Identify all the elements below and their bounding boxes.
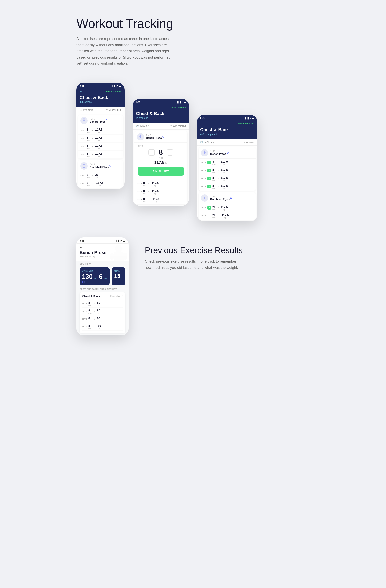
history-header: ← Bench Press Exercise history (76, 244, 129, 261)
prev-set-1: SET 1 8reps × 80kg (82, 300, 123, 308)
refresh-icon-3-1[interactable]: ↻ (226, 151, 229, 155)
exercise-card-1: 1 of 5 Bench Press ↻ SET 1 8reps × 117.5… (78, 115, 123, 159)
exercise-info-1: 1 of 5 Bench Press (90, 118, 105, 123)
check-icon: ✓ (207, 177, 211, 180)
finish-workout-btn-1[interactable]: Finish Workout (105, 90, 122, 93)
big-reps-value: 8 (159, 149, 163, 156)
exercise-header-1: 1 of 5 Bench Press ↻ (78, 115, 123, 126)
monthly-value: 13 (114, 273, 120, 279)
phone-1-body: 1 of 5 Bench Press ↻ SET 1 8reps × 117.5… (76, 113, 125, 189)
overall-kg-unit: kg (94, 277, 96, 279)
phone-1: 9:41 ▐▐▐ ▾ ▬ ← Finish Workout Chest & Ba… (76, 83, 125, 189)
exercise-card-2: 2 of 5 Dumbbell Flyes ↻ SET 1 8reps × 20… (78, 160, 123, 188)
check-icon: ✓ (207, 206, 211, 210)
active-set-label: SET 1 (138, 145, 184, 147)
workout-title-2: Chest & Back (136, 111, 186, 116)
set-label: SET 1 (81, 129, 87, 131)
prev-workout-name: Chest & Back (82, 295, 100, 298)
edit-icon-2: ✏ (170, 125, 172, 127)
history-body: KEY LIFTS Overall Best 130 kg • 6 reps (76, 261, 129, 336)
toolbar-3: 🕐 57:43 min ✏ Edit Workout (197, 139, 257, 146)
phone-3: 9:41 ▐▐▐ ▾ ▬ ← Finish Workout Chest & Ba… (197, 115, 257, 221)
exercise-history-sub: Exercise history (80, 255, 125, 258)
battery-icon-2: ▬ (183, 101, 186, 103)
phone-4: 9:41 ▐▐▐ ▾ ▬ ← Bench Press Exercise hist… (76, 237, 129, 336)
active-kg-unit: kg (165, 162, 167, 164)
workout-status-3: 45% completed (200, 133, 254, 136)
refresh-icon-big[interactable]: ↻ (162, 135, 164, 139)
timer-value-1: 00:00 min (83, 109, 93, 111)
time-4: 9:41 (80, 239, 84, 242)
svg-point-4 (204, 196, 205, 197)
set-row-1-3: SET 1 8reps × 117.5kg (78, 143, 123, 151)
edit-label-1[interactable]: Edit Workout (109, 109, 122, 111)
workout-title-1: Chest & Back (80, 95, 122, 100)
back-btn-4[interactable]: ← (80, 246, 125, 249)
wifi-icon-4: ▾ (121, 239, 122, 242)
prev-text-col: Previous Exercise Results Check previous… (145, 237, 243, 271)
key-lifts-label: KEY LIFTS (80, 263, 125, 265)
finish-workout-btn-2[interactable]: Finish Workout (170, 106, 186, 109)
dot-inactive (84, 281, 85, 283)
prev-results-section: 9:41 ▐▐▐ ▾ ▬ ← Bench Press Exercise hist… (76, 237, 310, 336)
status-bar-1: 9:41 ▐▐▐ ▾ ▬ (76, 83, 125, 88)
minus-btn[interactable]: − (148, 149, 155, 156)
back-btn-1[interactable]: ← (80, 90, 83, 93)
refresh-icon-3-2[interactable]: ↻ (230, 196, 232, 200)
status-bar-4: 9:41 ▐▐▐ ▾ ▬ (76, 237, 129, 244)
refresh-icon-2[interactable]: ↻ (109, 164, 112, 168)
exercise-name-big: Bench Press (146, 136, 162, 139)
prev-set-2: SET 2 8reps × 80kg (82, 308, 123, 315)
exercise-header-2: 2 of 5 Dumbbell Flyes ↻ (78, 160, 123, 172)
overall-reps-unit: reps (104, 277, 107, 279)
timer-value-3: 57:43 min (204, 141, 214, 143)
prev-results-description: Check previous exercise results in one c… (145, 258, 241, 271)
edit-label-3[interactable]: Edit Workout (242, 141, 254, 143)
check-icon: ✓ (207, 169, 211, 172)
edit-section-1[interactable]: ✏ Edit Workout (106, 109, 122, 111)
finish-set-btn[interactable]: FINISH SET (138, 167, 184, 176)
exercise-header-3-2: 2 of 5 Dumbbell Flyes ↻ (199, 192, 256, 204)
exercise-count-1: 1 of 5 (90, 118, 105, 120)
exercise-avatar-1 (81, 117, 88, 124)
phone-2: 9:41 ▐▐▐ ▾ ▬ ← Finish Workout Chest & Ba… (133, 99, 189, 206)
exercise-header-big: 1 of 5 Bench Press ↻ (134, 131, 187, 143)
set-row-p2-3: SET 3 8reps × 117.5kg (134, 188, 187, 196)
plus-btn[interactable]: + (167, 149, 173, 156)
exercise-card-3-1: 1 of 5 Bench Press ↻ SET 1 ✓ 8reps × 117… (199, 147, 256, 191)
exercise-info-2: 2 of 5 Dumbbell Flyes (90, 163, 109, 168)
edit-icon-3: ✏ (239, 141, 241, 143)
page-title: Workout Tracking (76, 16, 310, 31)
battery-icon: ▬ (119, 85, 122, 87)
overall-best-label: Overall Best (82, 270, 107, 272)
workout-status-1: In progress (80, 101, 122, 103)
edit-label-2[interactable]: Edit Workout (173, 125, 186, 127)
prev-workout-date: Mon, May 12 (110, 295, 123, 298)
wifi-icon-2: ▾ (182, 101, 183, 103)
overall-best-card: Overall Best 130 kg • 6 reps (80, 268, 110, 285)
set-row-3-4: SET 1 ✓ 8reps × 117.5kg (199, 183, 256, 191)
big-kg-row: 117.5 kg (138, 160, 184, 165)
phone-header-1: ← Finish Workout Chest & Back In progres… (76, 88, 125, 106)
refresh-icon-1[interactable]: ↻ (105, 119, 108, 123)
back-btn-2[interactable]: ← (136, 106, 139, 109)
phone-3-body: 1 of 5 Bench Press ↻ SET 1 ✓ 8reps × 117… (197, 146, 257, 221)
back-btn-3[interactable]: ← (200, 122, 203, 126)
wifi-icon: ▾ (117, 85, 118, 87)
exercise-card-3-2: 2 of 5 Dumbbell Flyes ↻ SET 1 ✓ 20reps ×… (199, 192, 256, 220)
exercise-header-3-1: 1 of 5 Bench Press ↻ (199, 147, 256, 159)
status-bar-3: 9:41 ▐▐▐ ▾ ▬ (197, 115, 257, 121)
prev-workout-header: Chest & Back Mon, May 12 (82, 295, 123, 298)
signal-icon-3: ▐▐▐ (244, 117, 249, 119)
set-row-3-3: SET 1 ✓ 8reps × 117.5kg (199, 175, 256, 183)
set-row-2-1: SET 1 8reps × 20kg (78, 172, 123, 180)
active-reps-unit: reps (138, 157, 184, 159)
finish-workout-btn-3[interactable]: Finish Workout (238, 123, 254, 125)
signal-icon-4: ▐▐▐ (116, 239, 121, 242)
set-row-p2-2: SET 2 8reps × 117.5kg (134, 180, 187, 188)
set-row-1-4: SET 1 8reps × 117.5kg (78, 151, 123, 159)
prev-workouts-label: PREVIOUS WORKOUTS RESULTS (80, 288, 125, 290)
prev-results-title: Previous Exercise Results (145, 246, 243, 255)
svg-point-3 (204, 151, 205, 152)
set-label: SET 1 (81, 153, 87, 155)
